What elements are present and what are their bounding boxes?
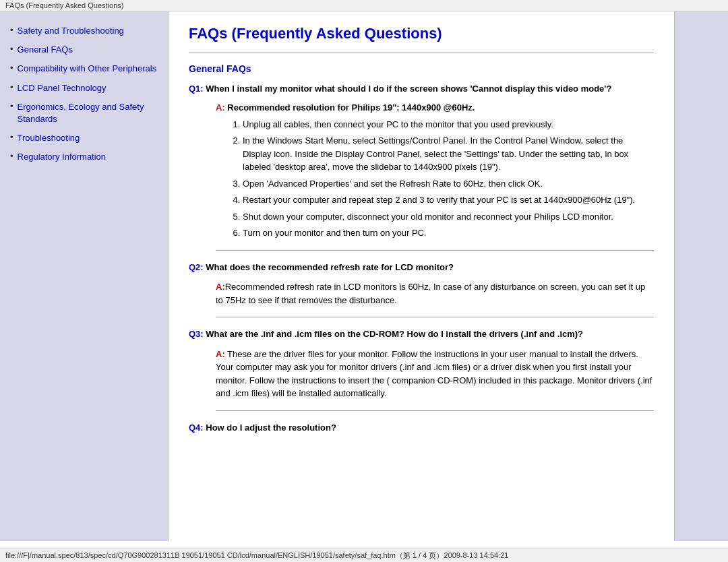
- answer-3-body: A: These are the driver files for your m…: [216, 348, 654, 400]
- q4-text: How do I adjust the resolution?: [204, 423, 336, 433]
- bullet-regulatory: •: [10, 151, 13, 161]
- left-sidebar: • Safety and Troubleshooting • General F…: [0, 11, 169, 541]
- divider-q3: [216, 410, 654, 411]
- question-1: Q1: When I install my monitor what shoul…: [189, 82, 654, 96]
- a2-text: Recommended refresh rate in LCD monitors…: [216, 282, 645, 305]
- title-bar-text: FAQs (Frequently Asked Questions): [5, 1, 123, 9]
- nav-link-general[interactable]: General FAQs: [18, 44, 73, 56]
- step-3: Open 'Advanced Properties' and set the R…: [243, 177, 654, 191]
- main-content: FAQs (Frequently Asked Questions) Genera…: [169, 11, 674, 541]
- q3-text: What are the .inf and .icm files on the …: [204, 329, 583, 339]
- page-title: FAQs (Frequently Asked Questions): [189, 25, 654, 42]
- divider-q1: [216, 250, 654, 251]
- step-4: Restart your computer and repeat step 2 …: [243, 193, 654, 207]
- a2-label: A:: [216, 282, 225, 292]
- nav-link-ergonomics[interactable]: Ergonomics, Ecology and Safety Standards: [18, 101, 158, 125]
- question-3: Q3: What are the .inf and .icm files on …: [189, 327, 654, 341]
- nav-item-compatibility[interactable]: • Compatibility with Other Peripherals: [10, 63, 158, 75]
- answer-1-steps: Unplug all cables, then connect your PC …: [243, 118, 654, 240]
- q1-label: Q1:: [189, 84, 204, 94]
- nav-item-general[interactable]: • General FAQs: [10, 44, 158, 56]
- nav-link-troubleshooting[interactable]: Troubleshooting: [18, 132, 80, 144]
- nav-link-lcd[interactable]: LCD Panel Technology: [18, 82, 107, 94]
- right-panel: [674, 11, 728, 541]
- nav-item-troubleshooting[interactable]: • Troubleshooting: [10, 132, 158, 144]
- title-bar: FAQs (Frequently Asked Questions): [0, 0, 728, 11]
- a1-label: A:: [216, 102, 225, 113]
- answer-1-heading: A: Recommended resolution for Philips 19…: [216, 102, 654, 113]
- answer-2-body: A:Recommended refresh rate in LCD monito…: [216, 280, 654, 307]
- nav-item-ergonomics[interactable]: • Ergonomics, Ecology and Safety Standar…: [10, 101, 158, 125]
- nav-link-compatibility[interactable]: Compatibility with Other Peripherals: [18, 63, 157, 75]
- bullet-lcd: •: [10, 82, 13, 92]
- nav-item-safety[interactable]: • Safety and Troubleshooting: [10, 25, 158, 37]
- step-2: In the Windows Start Menu, select Settin…: [243, 134, 654, 174]
- bullet-general: •: [10, 44, 13, 54]
- bullet-ergonomics: •: [10, 101, 13, 111]
- q4-label: Q4:: [189, 423, 204, 433]
- q2-label: Q2:: [189, 262, 204, 272]
- a3-text: These are the driver files for your moni…: [216, 349, 652, 399]
- bullet-compatibility: •: [10, 63, 13, 73]
- bullet-troubleshooting: •: [10, 132, 13, 142]
- question-4: Q4: How do I adjust the resolution?: [189, 421, 654, 435]
- a1-heading-text: Recommended resolution for Philips 19": …: [225, 102, 475, 113]
- step-5: Shut down your computer, disconnect your…: [243, 210, 654, 224]
- q1-text: When I install my monitor what should I …: [204, 84, 612, 94]
- nav-item-lcd[interactable]: • LCD Panel Technology: [10, 82, 158, 94]
- bullet-safety: •: [10, 25, 13, 35]
- question-2: Q2: What does the recommended refresh ra…: [189, 261, 654, 274]
- step-1: Unplug all cables, then connect your PC …: [243, 118, 654, 131]
- nav-item-regulatory[interactable]: • Regulatory Information: [10, 151, 158, 163]
- navigation-list: • Safety and Troubleshooting • General F…: [10, 25, 158, 164]
- q3-label: Q3:: [189, 329, 204, 339]
- section-heading: General FAQs: [189, 63, 654, 74]
- a3-label: A:: [216, 349, 225, 359]
- divider-top: [189, 53, 654, 53]
- q2-text: What does the recommended refresh rate f…: [204, 262, 454, 272]
- divider-q2: [216, 317, 654, 317]
- step-6: Turn on your monitor and then turn on yo…: [243, 226, 654, 240]
- nav-link-safety[interactable]: Safety and Troubleshooting: [18, 25, 124, 37]
- nav-link-regulatory[interactable]: Regulatory Information: [18, 151, 107, 163]
